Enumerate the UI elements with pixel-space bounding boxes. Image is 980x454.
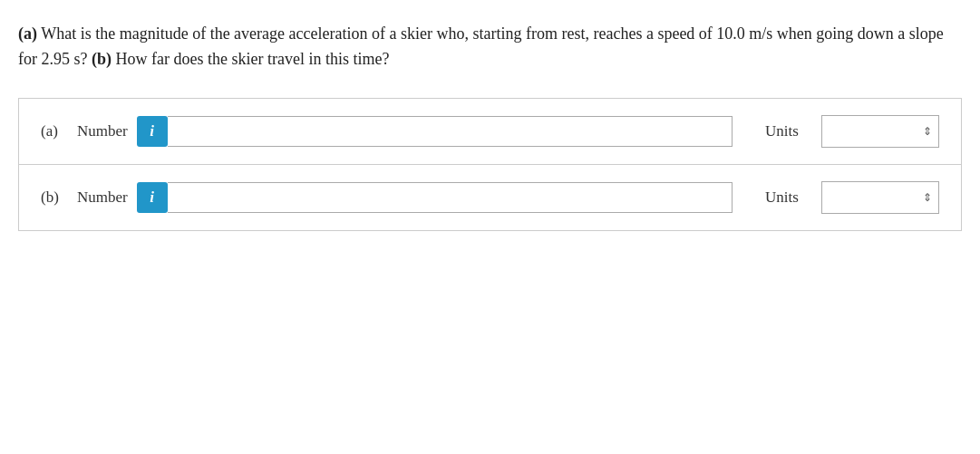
- units-label-b: Units: [765, 188, 810, 207]
- question-part-b: How far does the skier travel in this ti…: [112, 50, 389, 68]
- page-wrapper: (a) What is the magnitude of the average…: [0, 0, 980, 249]
- number-input-a[interactable]: [168, 116, 733, 147]
- input-group-b: i: [137, 182, 733, 213]
- question-text: (a) What is the magnitude of the average…: [18, 22, 962, 72]
- part-b-bold: (b): [87, 50, 112, 68]
- info-button-a[interactable]: i: [137, 116, 168, 147]
- number-label-a: Number: [77, 122, 128, 140]
- part-label-b: (b): [41, 188, 77, 207]
- info-button-b[interactable]: i: [137, 182, 168, 213]
- input-group-a: i: [137, 116, 733, 147]
- number-label-b: Number: [77, 188, 128, 207]
- number-input-b[interactable]: [168, 182, 733, 213]
- part-a-bold: (a): [18, 24, 37, 43]
- units-select-a[interactable]: m/s² m/s m s: [821, 115, 939, 148]
- units-select-wrapper-b: m km cm ft: [821, 181, 939, 214]
- units-label-a: Units: [765, 122, 810, 140]
- units-select-b[interactable]: m km cm ft: [821, 181, 939, 214]
- units-select-wrapper-a: m/s² m/s m s: [821, 115, 939, 148]
- part-label-a: (a): [41, 122, 77, 140]
- answer-row-b: (b) Number i Units m km cm ft: [18, 165, 962, 231]
- answer-row-a: (a) Number i Units m/s² m/s m s: [18, 98, 962, 165]
